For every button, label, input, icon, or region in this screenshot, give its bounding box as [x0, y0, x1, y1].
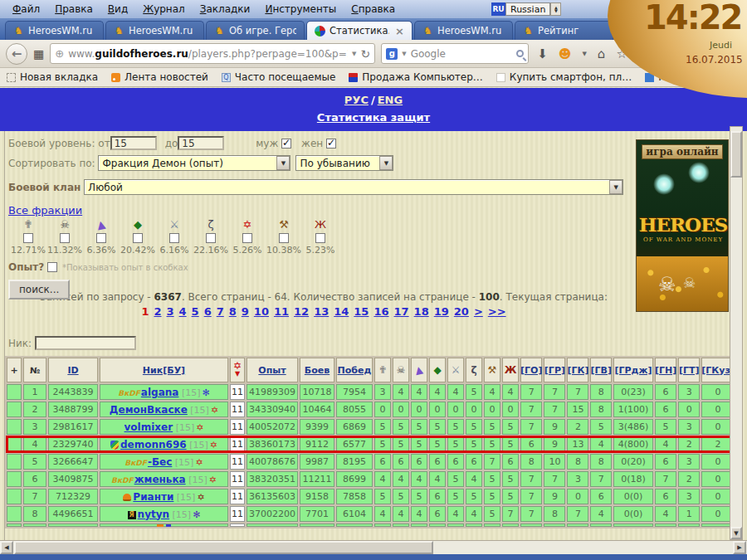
col-dark-elf-icon[interactable]: ζ: [471, 364, 476, 376]
page-link-16[interactable]: 16: [374, 305, 388, 318]
lang-rus-link[interactable]: РУС: [344, 94, 369, 106]
smiley-addon-icon[interactable]: ☻: [556, 46, 574, 61]
menu-item-0[interactable]: Файл: [5, 2, 47, 17]
col-guild-4[interactable]: [ГРдж]: [614, 365, 652, 376]
page-link-20[interactable]: 20: [454, 305, 469, 318]
col-elf-icon[interactable]: ◆: [433, 364, 441, 376]
sort-select-arrow-icon[interactable]: ▼: [276, 156, 290, 170]
col-exp[interactable]: Опыт: [258, 365, 286, 376]
tab-5[interactable]: ♞Рейтинг: [515, 21, 613, 40]
page-link-18[interactable]: 18: [414, 305, 429, 318]
page-link-2[interactable]: 2: [154, 305, 161, 318]
female-checkbox[interactable]: [326, 139, 336, 149]
page-link-10[interactable]: 10: [254, 305, 269, 318]
search-button[interactable]: поиск...: [8, 280, 70, 299]
bookmark-newtab[interactable]: Новая вкладка: [7, 71, 98, 83]
cell-plus[interactable]: [7, 402, 22, 417]
sort-select[interactable]: Фракция Демон (опыт)▼: [98, 155, 290, 171]
col-guild-2[interactable]: [ГК]: [567, 365, 588, 376]
sort-column-demon[interactable]: ✡▼: [230, 363, 245, 377]
google-favicon[interactable]: g: [386, 48, 398, 60]
page-link-11[interactable]: 11: [274, 305, 289, 318]
nick-link[interactable]: ДемонВкаске: [110, 404, 188, 416]
page-link-19[interactable]: 19: [434, 305, 449, 318]
tab-2[interactable]: ♞Об игре. Геро...: [206, 21, 305, 40]
faction-barbarian-checkbox[interactable]: [169, 233, 179, 243]
bookmark-rss[interactable]: Лента новостей: [111, 71, 208, 83]
faction-elf-checkbox[interactable]: [133, 233, 143, 243]
nick-link[interactable]: -Бес: [148, 456, 172, 468]
page-link-4[interactable]: 4: [179, 305, 187, 318]
next-page-link[interactable]: >: [474, 305, 483, 318]
site-identity-icon[interactable]: ▦: [33, 47, 44, 61]
faction-dark-elf-checkbox[interactable]: [206, 233, 216, 243]
downloads-icon[interactable]: ⬇: [535, 46, 550, 61]
last-page-link[interactable]: >>: [488, 305, 506, 318]
order-select[interactable]: По убыванию▼: [295, 155, 393, 171]
col-tribal-icon[interactable]: Ж: [505, 364, 517, 376]
nick-link[interactable]: demonn696: [120, 439, 187, 450]
col-wins[interactable]: Побед: [338, 365, 372, 376]
vertical-scrollbar-thumb[interactable]: [730, 131, 742, 178]
menu-item-5[interactable]: Инструменты: [257, 2, 344, 17]
tab-close-button[interactable]: ×: [393, 25, 404, 37]
page-link-14[interactable]: 14: [334, 305, 349, 318]
col-barbarian-icon[interactable]: ⚔: [452, 364, 461, 376]
nick-link[interactable]: жменька: [134, 474, 186, 485]
url-bar[interactable]: ⊕ www.guildofheroes.ru/players.php?perpa…: [50, 43, 375, 64]
col-guild-5[interactable]: [ГН]: [655, 365, 676, 376]
lang-eng-link[interactable]: ENG: [378, 94, 403, 106]
cell-plus[interactable]: [7, 384, 22, 400]
col-knight-icon[interactable]: ✟: [378, 364, 387, 376]
bookmark-ken[interactable]: Продажа Компьютер…: [349, 71, 483, 83]
cell-plus[interactable]: [7, 471, 22, 487]
vertical-scrollbar[interactable]: ▼: [730, 126, 743, 540]
all-factions-link[interactable]: Все фракции: [8, 204, 82, 217]
menu-item-1[interactable]: Правка: [47, 2, 100, 17]
nick-link[interactable]: Рианти: [133, 491, 173, 503]
horizontal-scrollbar-thumb[interactable]: [14, 541, 433, 554]
search-engine-dropdown-icon[interactable]: ▼: [402, 51, 406, 57]
search-box[interactable]: g ▼ Google: [381, 43, 529, 64]
page-link-17[interactable]: 17: [394, 305, 409, 318]
cell-plus[interactable]: [7, 419, 22, 435]
page-link-12[interactable]: 12: [294, 305, 309, 318]
cell-plus[interactable]: [7, 489, 22, 504]
tab-3[interactable]: Статистика...×: [306, 21, 413, 40]
scroll-down-button[interactable]: ▼: [730, 527, 742, 539]
col-nick[interactable]: Ник[БУ]: [143, 365, 185, 376]
language-spinner-icon[interactable]: ▲▼: [550, 2, 561, 16]
scroll-right-button[interactable]: ▶: [733, 541, 746, 554]
page-link-7[interactable]: 7: [217, 305, 224, 318]
nick-link[interactable]: algana: [141, 387, 179, 398]
col-dwarf-icon[interactable]: ⚒: [488, 364, 497, 376]
faction-wizard-checkbox[interactable]: [96, 233, 106, 243]
home-icon[interactable]: ⌂: [595, 46, 608, 61]
menu-item-2[interactable]: Вид: [100, 2, 135, 17]
reload-icon[interactable]: ↻: [361, 47, 371, 61]
tab-0[interactable]: ♞HeroesWM.ru ...: [5, 21, 104, 40]
addon-dropdown-icon[interactable]: ▼: [579, 51, 588, 57]
col-guild-3[interactable]: [ГВ]: [590, 365, 611, 376]
level-from-input[interactable]: [110, 136, 157, 150]
col-id[interactable]: ID: [67, 365, 78, 376]
faction-demon-checkbox[interactable]: [242, 233, 252, 243]
col-wizard-icon[interactable]: ▲: [414, 363, 424, 377]
col-plus[interactable]: +: [10, 365, 17, 376]
col-necromancer-icon[interactable]: ☠: [397, 364, 406, 376]
horizontal-scrollbar[interactable]: ◀ ▶: [0, 540, 747, 554]
page-link-6[interactable]: 6: [204, 305, 212, 318]
back-button[interactable]: ←: [6, 43, 27, 65]
cell-plus[interactable]: [7, 454, 22, 470]
page-link-3[interactable]: 3: [167, 305, 174, 318]
faction-necromancer-checkbox[interactable]: [60, 233, 70, 243]
page-link-15[interactable]: 15: [354, 305, 369, 318]
col-guild-0[interactable]: [ГО]: [520, 365, 542, 376]
cell-plus[interactable]: [7, 436, 22, 452]
exp-checkbox[interactable]: [47, 262, 57, 272]
cell-plus[interactable]: [7, 506, 22, 522]
page-link-9[interactable]: 9: [242, 305, 249, 318]
tab-4[interactable]: ♞HeroesWM.ru ...: [414, 21, 513, 40]
nick-link[interactable]: nytyn: [138, 509, 169, 520]
url-dropdown-icon[interactable]: ▼: [352, 51, 356, 57]
